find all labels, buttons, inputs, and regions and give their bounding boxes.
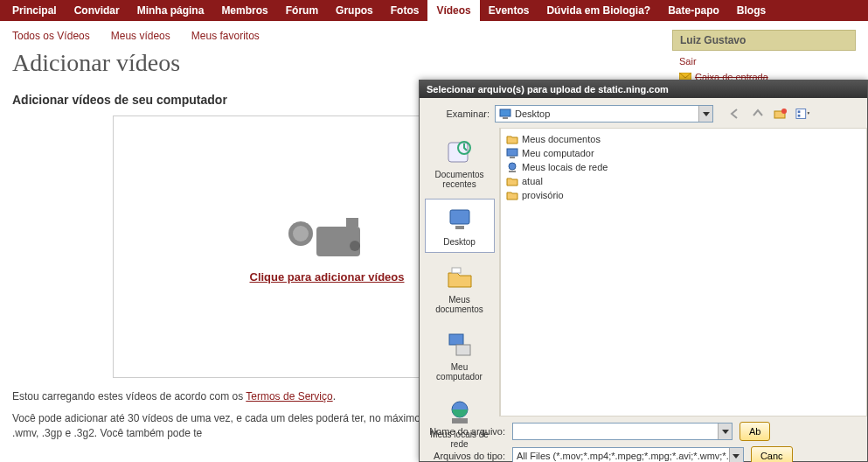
terms-post: . bbox=[333, 390, 336, 402]
places-meus-locais-de-rede[interactable]: Meus locais de rede bbox=[425, 391, 495, 455]
page-title: Adicionar vídeos bbox=[12, 49, 655, 77]
nav-d-vida-em-biologia-[interactable]: Dúvida em Biologia? bbox=[538, 0, 659, 21]
places-sidebar: Documentos recentesDesktopMeus documento… bbox=[420, 128, 500, 416]
file-item[interactable]: Meus locais de rede bbox=[506, 160, 861, 174]
svg-point-24 bbox=[509, 163, 516, 170]
nav-v-deos[interactable]: Vídeos bbox=[427, 0, 479, 21]
svg-rect-17 bbox=[452, 268, 461, 273]
svg-rect-3 bbox=[346, 218, 358, 227]
dialog-title: Selecionar arquivo(s) para upload de sta… bbox=[420, 80, 867, 98]
chevron-down-icon[interactable] bbox=[729, 448, 743, 462]
filetype-combo[interactable]: All Files (*.mov;*.mp4;*.mpeg;*.mpg;*.av… bbox=[512, 447, 744, 462]
filename-label: Nome do arquivo: bbox=[425, 426, 505, 437]
terms-pre: Estou carregando estes vídeos de acordo … bbox=[12, 390, 246, 402]
places-meus-documentos[interactable]: Meus documentos bbox=[425, 256, 495, 320]
examine-value: Desktop bbox=[515, 108, 550, 119]
svg-rect-22 bbox=[507, 149, 517, 156]
nav-fotos[interactable]: Fotos bbox=[382, 0, 428, 21]
nav-blogs[interactable]: Blogs bbox=[728, 0, 774, 21]
svg-point-9 bbox=[781, 108, 787, 114]
file-item[interactable]: provisório bbox=[506, 188, 861, 202]
open-button[interactable]: Ab bbox=[740, 422, 770, 441]
add-videos-link[interactable]: Clique para adicionar vídeos bbox=[250, 270, 405, 284]
examine-label: Examinar: bbox=[425, 108, 490, 119]
sub-nav: Todos os Vídeos Meus vídeos Meus favorit… bbox=[12, 30, 655, 42]
svg-rect-21 bbox=[452, 418, 468, 424]
nav-principal[interactable]: Principal bbox=[3, 0, 66, 21]
nav-grupos[interactable]: Grupos bbox=[327, 0, 382, 21]
svg-rect-25 bbox=[509, 171, 516, 172]
filename-input[interactable] bbox=[512, 423, 733, 440]
svg-rect-16 bbox=[455, 226, 464, 229]
svg-rect-18 bbox=[449, 334, 463, 345]
svg-rect-12 bbox=[798, 115, 801, 117]
desktop-icon bbox=[499, 108, 511, 120]
places-documentos-recentes[interactable]: Documentos recentes bbox=[425, 131, 495, 195]
svg-rect-6 bbox=[500, 109, 510, 116]
dialog-body: Documentos recentesDesktopMeus documento… bbox=[420, 128, 867, 416]
up-icon[interactable] bbox=[750, 106, 766, 122]
svg-rect-19 bbox=[456, 345, 470, 355]
examine-combo[interactable]: Desktop bbox=[495, 105, 713, 122]
chevron-down-icon[interactable] bbox=[698, 106, 712, 122]
user-name: Luiz Gustavo bbox=[672, 30, 856, 51]
subnav-my-favorites[interactable]: Meus favoritos bbox=[191, 30, 260, 42]
svg-rect-10 bbox=[796, 109, 806, 119]
new-folder-icon[interactable] bbox=[773, 106, 788, 122]
file-item[interactable]: Meu computador bbox=[506, 146, 861, 160]
file-open-dialog: Selecionar arquivo(s) para upload de sta… bbox=[419, 80, 868, 462]
dialog-toolbar bbox=[727, 106, 811, 122]
file-item[interactable]: Meus documentos bbox=[506, 132, 861, 146]
back-icon[interactable] bbox=[727, 106, 743, 122]
file-list[interactable]: Meus documentosMeu computadorMeus locais… bbox=[500, 128, 867, 416]
places-desktop[interactable]: Desktop bbox=[425, 199, 495, 253]
top-nav: PrincipalConvidarMinha páginaMembrosFóru… bbox=[0, 0, 868, 21]
nav-convidar[interactable]: Convidar bbox=[66, 0, 128, 21]
nav-minha-p-gina[interactable]: Minha página bbox=[128, 0, 213, 21]
svg-rect-23 bbox=[510, 157, 515, 158]
svg-point-4 bbox=[350, 241, 360, 251]
file-item[interactable]: atual bbox=[506, 174, 861, 188]
camcorder-icon bbox=[283, 211, 371, 263]
logout-link[interactable]: Sair bbox=[679, 56, 697, 66]
svg-rect-15 bbox=[450, 210, 469, 224]
chevron-down-icon[interactable] bbox=[718, 424, 732, 439]
cancel-button[interactable]: Canc bbox=[751, 446, 793, 462]
nav-membros[interactable]: Membros bbox=[212, 0, 276, 21]
filetype-value: All Files (*.mov;*.mp4;*.mpeg;*.mpg;*.av… bbox=[517, 451, 740, 461]
nav-bate-papo[interactable]: Bate-papo bbox=[659, 0, 728, 21]
nav-f-rum[interactable]: Fórum bbox=[277, 0, 327, 21]
places-meu-computador[interactable]: Meu computador bbox=[425, 324, 495, 388]
filetype-label: Arquivos do tipo: bbox=[425, 451, 505, 461]
svg-rect-11 bbox=[798, 110, 801, 113]
terms-link[interactable]: Termos de Serviço bbox=[246, 390, 332, 402]
svg-rect-7 bbox=[503, 117, 508, 119]
subnav-my-videos[interactable]: Meus vídeos bbox=[111, 30, 170, 42]
subnav-all-videos[interactable]: Todos os Vídeos bbox=[12, 30, 90, 42]
svg-point-2 bbox=[293, 226, 309, 242]
look-in-row: Examinar: Desktop bbox=[420, 98, 867, 128]
view-menu-icon[interactable] bbox=[795, 106, 811, 122]
nav-eventos[interactable]: Eventos bbox=[480, 0, 538, 21]
